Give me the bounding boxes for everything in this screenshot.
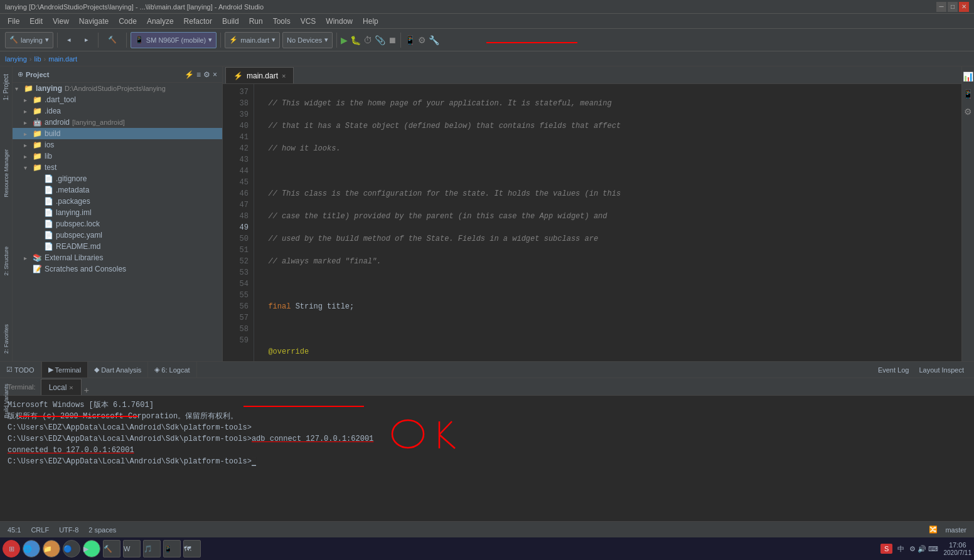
code-line-37: // This widget is the home page of your … [259,98,956,109]
toolbar-build-button[interactable]: 🔨 [102,31,122,49]
tree-test[interactable]: ▾ 📁 test [13,162,222,173]
taskbar-browser[interactable]: 🌐 [23,540,40,557]
tool-tab-logcat[interactable]: ◈ 6: Logcat [148,362,196,378]
resource-manager-tab[interactable]: Resource Manager [2,144,11,203]
right-sidebar-icon-2[interactable]: 📱 [960,87,974,102]
tree-ios[interactable]: ▸ 📁 ios [13,139,222,151]
layout-inspect-link[interactable]: Layout Inspect [914,366,969,374]
menu-build[interactable]: Build [217,16,244,27]
tree-scratches[interactable]: 📝 Scratches and Consoles [13,263,222,275]
project-panel-tab[interactable]: 1: Project [1,69,11,105]
tree-build[interactable]: ▸ 📁 build [13,128,222,139]
debug-button[interactable]: 🐛 [350,35,361,45]
event-log-link[interactable]: Event Log [873,366,914,374]
tree-metadata[interactable]: 📄 .metadata [13,184,222,196]
toolbar-forward-button[interactable]: ▸ [79,31,94,49]
status-line-sep[interactable]: CRLF [28,526,51,534]
menu-tools[interactable]: Tools [268,16,296,27]
breadcrumb-lib[interactable]: lib [35,55,41,63]
line-num-44: 44 [228,166,249,177]
toolbar-back-button[interactable]: ◂ [62,31,77,49]
tree-packages[interactable]: 📄 .packages [13,196,222,207]
tree-lanying-iml[interactable]: 📄 lanying.iml [13,207,222,218]
terminal-local-close[interactable]: × [69,384,73,391]
tool-tab-terminal[interactable]: ▶ Terminal [41,362,88,378]
project-selector[interactable]: 🔨 lanying ▾ [5,32,53,48]
structure-tab[interactable]: 2: Structure [2,241,11,281]
menu-vcs[interactable]: VCS [296,16,321,27]
menu-run[interactable]: Run [244,16,268,27]
panel-collapse-button[interactable]: ≡ [196,70,201,79]
tree-android-label: android [45,118,70,127]
run-config-selector[interactable]: ⚡ main.dart ▾ [225,32,280,48]
right-sidebar-icon-1[interactable]: 📊 [960,69,974,84]
avd-button[interactable]: 📱 [405,35,415,45]
line-num-47: 47 [228,199,249,211]
tab-main-dart[interactable]: ⚡ main.dart × [225,67,294,83]
tree-pubspec-yaml[interactable]: 📄 pubspec.yaml [13,230,222,241]
device-selector[interactable]: 📱 SM N960F (mobile) ▾ [131,32,217,48]
panel-close-button[interactable]: × [213,70,217,79]
line-num-43: 43 [228,154,249,166]
menu-help[interactable]: Help [358,16,383,27]
breadcrumb-file[interactable]: main.dart [48,55,77,63]
status-encoding[interactable]: UTF-8 [56,526,81,534]
run-config-chevron-icon: ▾ [272,36,276,44]
tree-pubspec-lock[interactable]: 📄 pubspec.lock [13,218,222,230]
maximize-button[interactable]: □ [948,2,958,12]
panel-sync-button[interactable]: ⚡ [185,70,194,79]
tree-lib[interactable]: ▸ 📁 lib [13,151,222,162]
status-git[interactable]: master [943,526,969,534]
menu-edit[interactable]: Edit [24,16,48,27]
close-button[interactable]: ✕ [959,2,969,12]
tree-root[interactable]: ▾ 📁 lanying D:\AndroidStudioProjects\lan… [13,83,222,94]
sdk-button[interactable]: ⚙ [418,35,426,45]
editor-content[interactable]: 37 38 39 40 41 42 43 44 45 46 47 48 49 5… [223,84,961,361]
build-variants-tab[interactable]: Build Variants [2,379,11,423]
tree-external-libraries[interactable]: ▸ 📚 External Libraries [13,252,222,263]
menu-file[interactable]: File [3,16,24,27]
right-sidebar-icon-3[interactable]: ⚙ [961,104,974,119]
tree-gitignore[interactable]: 📄 .gitignore [13,173,222,184]
tab-close-button[interactable]: × [282,72,286,80]
taskbar-app4[interactable]: 📱 [163,540,181,557]
status-line-col[interactable]: 45:1 [5,526,23,534]
tree-readme[interactable]: 📄 README.md [13,241,222,252]
menu-code[interactable]: Code [114,16,142,27]
taskbar-start[interactable]: ⊞ [3,540,20,557]
tool-tab-dart-analysis[interactable]: ◆ Dart Analysis [88,362,148,378]
terminal-add-tab[interactable]: + [82,385,92,395]
stop-button[interactable]: ⏹ [388,35,397,45]
taskbar-chrome[interactable]: 🔵 [63,540,80,557]
terminal-tab-local[interactable]: Local × [41,379,82,395]
breadcrumb-project[interactable]: lanying [5,55,27,63]
taskbar-app2[interactable]: W [123,540,141,557]
menu-analyze[interactable]: Analyze [142,16,179,27]
menu-view[interactable]: View [48,16,74,27]
tree-dart-tool[interactable]: ▸ 📁 .dart_tool [13,94,222,105]
taskbar-app3[interactable]: 🎵 [143,540,161,557]
panel-settings-button[interactable]: ⚙ [203,70,210,79]
taskbar-android-studio[interactable]: ▶ [83,540,100,557]
no-devices-selector[interactable]: No Devices ▾ [282,32,333,48]
tool-tab-todo[interactable]: ☑ TODO [0,362,41,378]
favorites-tab[interactable]: 2: Favorites [2,319,11,359]
attach-button[interactable]: 📎 [375,35,385,45]
status-right: 🔀 master [929,526,969,534]
menu-refactor[interactable]: Refactor [179,16,217,27]
taskbar-maps[interactable]: 🗺 [183,540,201,557]
code-area[interactable]: // This widget is the home page of your … [254,84,961,361]
file-icon: 📄 [44,219,53,228]
minimize-button[interactable]: ─ [936,2,946,12]
settings-button[interactable]: 🔧 [429,35,439,45]
menu-navigate[interactable]: Navigate [74,16,114,27]
run-button[interactable]: ▶ [341,35,348,45]
status-indent[interactable]: 2 spaces [86,526,119,534]
tree-idea-arrow: ▸ [24,108,33,115]
tree-idea[interactable]: ▸ 📁 .idea [13,105,222,117]
menu-window[interactable]: Window [321,16,358,27]
taskbar-app1[interactable]: 🔨 [103,540,120,557]
taskbar-explorer[interactable]: 📁 [43,540,60,557]
tree-android[interactable]: ▸ 🤖 android [lanying_android] [13,117,222,128]
profile-button[interactable]: ⏱ [363,35,372,45]
